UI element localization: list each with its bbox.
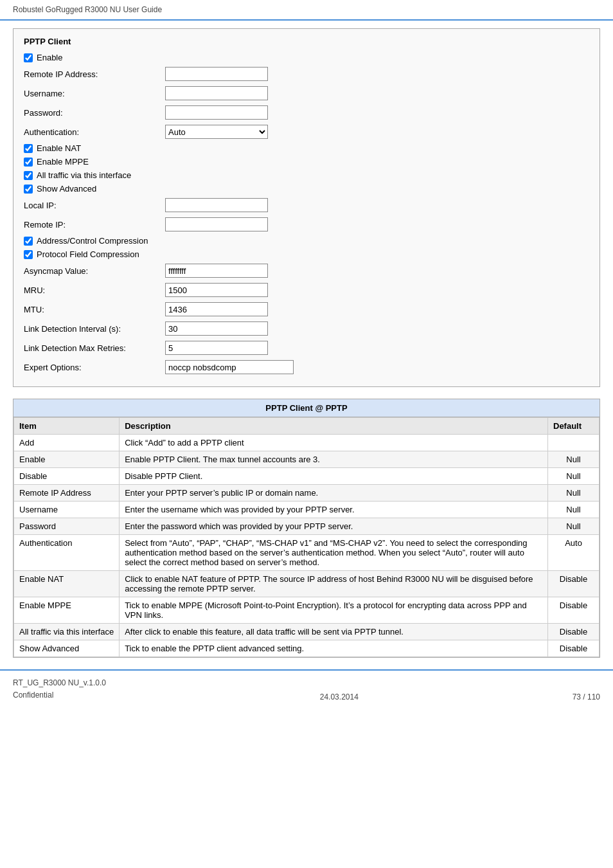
password-row: Password: (24, 105, 589, 120)
remote-ip-label: Remote IP Address: (24, 69, 165, 79)
show-advanced-label: Show Advanced (37, 184, 96, 194)
table-row: All traffic via this interfaceAfter clic… (14, 624, 600, 640)
cell-item: Add (14, 435, 120, 451)
expert-options-input[interactable] (165, 360, 294, 374)
cell-default (548, 435, 600, 451)
all-traffic-checkbox[interactable] (24, 171, 33, 180)
protocol-compression-label: Protocol Field Compression (37, 249, 139, 259)
all-traffic-row: All traffic via this interface (24, 170, 589, 180)
cell-default: Auto (548, 535, 600, 571)
form-title: PPTP Client (24, 37, 589, 46)
cell-description: Tick to enable MPPE (Microsoft Point-to-… (120, 597, 548, 624)
cell-description: Enter the password which was provided by… (120, 518, 548, 535)
cell-item: Username (14, 502, 120, 518)
footer-page: 73 / 110 (573, 692, 600, 701)
pptp-table: Item Description Default AddClick “Add” … (13, 417, 600, 657)
asyncmap-row: Asyncmap Value: (24, 263, 589, 278)
cell-item: Remote IP Address (14, 485, 120, 502)
enable-row: Enable (24, 53, 589, 62)
link-detection-interval-label: Link Detection Interval (s): (24, 324, 165, 334)
cell-default: Disable (548, 640, 600, 657)
cell-item: Authentication (14, 535, 120, 571)
enable-mppe-label: Enable MPPE (37, 157, 89, 167)
mtu-input[interactable] (165, 302, 268, 316)
username-row: Username: (24, 86, 589, 101)
address-compression-label: Address/Control Compression (37, 236, 148, 246)
footer-version: RT_UG_R3000 NU_v.1.0.0 (13, 677, 106, 689)
footer-date: 24.03.2014 (320, 692, 359, 701)
protocol-compression-checkbox[interactable] (24, 250, 33, 259)
table-row: Remote IP AddressEnter your PPTP server’… (14, 485, 600, 502)
pptp-client-form: PPTP Client Enable Remote IP Address: Us… (13, 28, 600, 387)
table-row: DisableDisable PPTP Client.Null (14, 468, 600, 485)
table-row: AddClick “Add” to add a PPTP client (14, 435, 600, 451)
authentication-label: Authentication: (24, 127, 165, 137)
authentication-select[interactable]: Auto PAP CHAP MS-CHAP v1 MS-CHAP v2 (165, 125, 268, 139)
table-row: EnableEnable PPTP Client. The max tunnel… (14, 451, 600, 468)
link-detection-retries-label: Link Detection Max Retries: (24, 343, 165, 353)
cell-default: Disable (548, 597, 600, 624)
mtu-row: MTU: (24, 302, 589, 317)
col-default: Default (548, 418, 600, 435)
link-detection-interval-input[interactable] (165, 321, 268, 336)
mru-row: MRU: (24, 282, 589, 298)
link-detection-interval-row: Link Detection Interval (s): (24, 321, 589, 336)
local-ip-label: Local IP: (24, 201, 165, 210)
table-row: Enable MPPETick to enable MPPE (Microsof… (14, 597, 600, 624)
enable-nat-row: Enable NAT (24, 143, 589, 153)
cell-description: Click to enable NAT feature of PPTP. The… (120, 571, 548, 597)
footer-left: RT_UG_R3000 NU_v.1.0.0 Confidential (13, 677, 106, 701)
cell-default: Null (548, 468, 600, 485)
cell-description: Enable PPTP Client. The max tunnel accou… (120, 451, 548, 468)
mru-input[interactable] (165, 283, 268, 297)
cell-item: Enable NAT (14, 571, 120, 597)
cell-item: Disable (14, 468, 120, 485)
enable-nat-label: Enable NAT (37, 143, 81, 153)
all-traffic-label: All traffic via this interface (37, 170, 131, 180)
remote-ip2-input[interactable] (165, 217, 268, 231)
remote-ip-input[interactable] (165, 67, 268, 81)
cell-item: All traffic via this interface (14, 624, 120, 640)
enable-mppe-checkbox[interactable] (24, 158, 33, 167)
username-input[interactable] (165, 86, 268, 100)
address-compression-checkbox[interactable] (24, 237, 33, 246)
table-row: Enable NATClick to enable NAT feature of… (14, 571, 600, 597)
document-title: Robustel GoRugged R3000 NU User Guide (13, 5, 162, 14)
asyncmap-label: Asyncmap Value: (24, 266, 165, 276)
remote-ip2-label: Remote IP: (24, 220, 165, 230)
expert-options-label: Expert Options: (24, 363, 165, 372)
enable-label: Enable (37, 53, 62, 62)
authentication-row: Authentication: Auto PAP CHAP MS-CHAP v1… (24, 124, 589, 140)
show-advanced-checkbox[interactable] (24, 185, 33, 194)
cell-description: Enter the username which was provided by… (120, 502, 548, 518)
mru-label: MRU: (24, 285, 165, 295)
show-advanced-row: Show Advanced (24, 184, 589, 194)
cell-default: Disable (548, 571, 600, 597)
table-row: UsernameEnter the username which was pro… (14, 502, 600, 518)
page-header: Robustel GoRugged R3000 NU User Guide (0, 0, 613, 21)
link-detection-retries-input[interactable] (165, 341, 268, 355)
password-input[interactable] (165, 105, 268, 120)
enable-mppe-row: Enable MPPE (24, 157, 589, 167)
enable-checkbox[interactable] (24, 53, 33, 62)
local-ip-input[interactable] (165, 198, 268, 212)
asyncmap-input[interactable] (165, 264, 268, 278)
cell-description: After click to enable this feature, all … (120, 624, 548, 640)
page-footer: RT_UG_R3000 NU_v.1.0.0 Confidential 24.0… (0, 669, 613, 708)
remote-ip-row: Remote IP Address: (24, 66, 589, 82)
pptp-table-container: PPTP Client @ PPTP Item Description Defa… (13, 399, 600, 658)
col-description: Description (120, 418, 548, 435)
table-row: AuthenticationSelect from “Auto”, “PAP”,… (14, 535, 600, 571)
cell-item: Show Advanced (14, 640, 120, 657)
link-detection-retries-row: Link Detection Max Retries: (24, 340, 589, 356)
cell-item: Password (14, 518, 120, 535)
footer-confidential: Confidential (13, 689, 106, 701)
cell-description: Enter your PPTP server’s public IP or do… (120, 485, 548, 502)
password-label: Password: (24, 108, 165, 118)
protocol-compression-row: Protocol Field Compression (24, 249, 589, 259)
local-ip-row: Local IP: (24, 197, 589, 213)
address-compression-row: Address/Control Compression (24, 236, 589, 246)
enable-nat-checkbox[interactable] (24, 144, 33, 153)
cell-default: Null (548, 451, 600, 468)
cell-description: Disable PPTP Client. (120, 468, 548, 485)
